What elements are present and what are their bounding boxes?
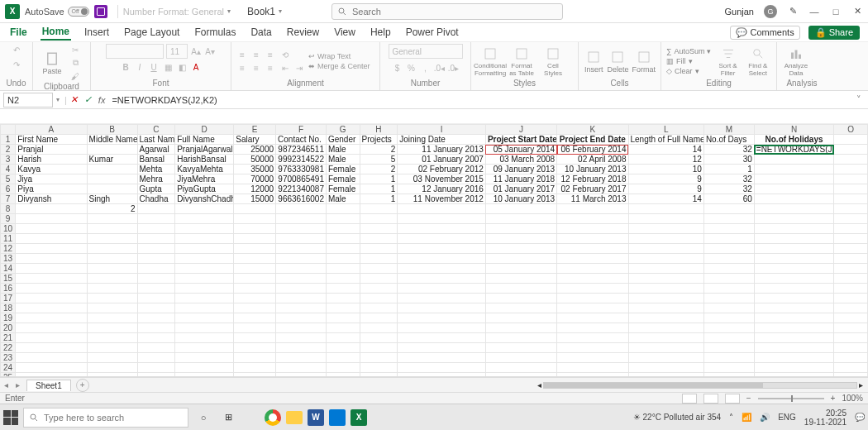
cell-F25[interactable] — [276, 373, 327, 378]
cell-A21[interactable] — [16, 333, 87, 343]
cell-I20[interactable] — [398, 323, 486, 333]
horizontal-scrollbar[interactable]: ◂▸ — [537, 381, 868, 389]
cell-A20[interactable] — [16, 323, 87, 333]
cell-J6[interactable]: 01 January 2017 — [485, 184, 556, 194]
row-header-9[interactable]: 9 — [1, 214, 16, 224]
cell-C19[interactable] — [137, 313, 175, 323]
cell-styles-button[interactable]: Cell Styles — [539, 46, 567, 77]
cell-C20[interactable] — [137, 323, 175, 333]
cell-I12[interactable] — [398, 244, 486, 254]
cell-H4[interactable]: 2 — [360, 165, 398, 174]
cell-L11[interactable] — [628, 234, 703, 244]
fill-button[interactable]: ▥ Fill ▾ — [666, 57, 711, 65]
sort-filter-button[interactable]: Sort & Filter — [714, 46, 741, 77]
cell-I15[interactable] — [398, 274, 486, 284]
cell-D21[interactable] — [175, 333, 234, 343]
col-header-J[interactable]: J — [485, 125, 556, 135]
cell-H7[interactable]: 1 — [360, 194, 398, 204]
row-header-21[interactable]: 21 — [1, 333, 16, 343]
cell-B10[interactable] — [87, 224, 137, 234]
cell-M19[interactable] — [703, 313, 754, 323]
cell-A25[interactable] — [16, 373, 87, 378]
cell-M8[interactable] — [703, 204, 754, 214]
view-normal-button[interactable] — [682, 394, 697, 404]
cell-L8[interactable] — [628, 204, 703, 214]
cell-H18[interactable] — [360, 303, 398, 313]
row-header-20[interactable]: 20 — [1, 323, 16, 333]
cell-B22[interactable] — [87, 343, 137, 353]
cell-L24[interactable] — [628, 363, 703, 373]
cell-J15[interactable] — [485, 274, 556, 284]
cell-M4[interactable]: 1 — [703, 165, 754, 174]
cell-M6[interactable]: 32 — [703, 184, 754, 194]
cell-K1[interactable]: Project End Date — [557, 135, 628, 145]
cell-L12[interactable] — [628, 244, 703, 254]
cell-E5[interactable]: 70000 — [234, 174, 276, 184]
cell-F9[interactable] — [276, 214, 327, 224]
cell-M9[interactable] — [703, 214, 754, 224]
tray-chevron[interactable]: ˄ — [729, 413, 733, 422]
cell-H17[interactable] — [360, 294, 398, 303]
cell-I11[interactable] — [398, 234, 486, 244]
cell-A10[interactable] — [16, 224, 87, 234]
cell-C16[interactable] — [137, 284, 175, 294]
cell-K7[interactable]: 11 March 2013 — [557, 194, 628, 204]
cell-D17[interactable] — [175, 294, 234, 303]
language-indicator[interactable]: ENG — [778, 413, 796, 422]
delete-cells-button[interactable]: Delete — [607, 50, 628, 74]
cell-M3[interactable]: 30 — [703, 155, 754, 165]
cell-O5[interactable] — [834, 174, 868, 184]
cell-B15[interactable] — [87, 274, 137, 284]
find-select-button[interactable]: Find & Select — [745, 46, 771, 77]
cell-F18[interactable] — [276, 303, 327, 313]
wrap-text-button[interactable]: ↩ Wrap Text — [308, 52, 370, 60]
cell-C6[interactable]: Gupta — [137, 184, 175, 194]
cell-L14[interactable] — [628, 264, 703, 274]
cell-A19[interactable] — [16, 313, 87, 323]
cell-C11[interactable] — [137, 234, 175, 244]
cell-C17[interactable] — [137, 294, 175, 303]
cell-J8[interactable] — [485, 204, 556, 214]
cell-I17[interactable] — [398, 294, 486, 303]
cell-O3[interactable] — [834, 155, 868, 165]
cell-M15[interactable] — [703, 274, 754, 284]
row-header-4[interactable]: 4 — [1, 165, 16, 174]
cell-A8[interactable] — [16, 204, 87, 214]
cell-C9[interactable] — [137, 214, 175, 224]
cell-C8[interactable] — [137, 204, 175, 214]
cell-D24[interactable] — [175, 363, 234, 373]
cell-B17[interactable] — [87, 294, 137, 303]
cell-O9[interactable] — [834, 214, 868, 224]
cell-A24[interactable] — [16, 363, 87, 373]
cell-O8[interactable] — [834, 204, 868, 214]
cell-M16[interactable] — [703, 284, 754, 294]
zoom-level[interactable]: 100% — [842, 394, 863, 403]
cell-A5[interactable]: Jiya — [16, 174, 87, 184]
comma-icon[interactable]: , — [420, 62, 432, 74]
cell-A6[interactable]: Piya — [16, 184, 87, 194]
cell-A7[interactable]: Divyansh — [16, 194, 87, 204]
align-bottom-icon[interactable]: ≡ — [265, 49, 276, 60]
cell-O21[interactable] — [834, 333, 868, 343]
row-header-18[interactable]: 18 — [1, 303, 16, 313]
cell-L17[interactable] — [628, 294, 703, 303]
cell-H2[interactable]: 2 — [360, 145, 398, 155]
cell-N17[interactable] — [754, 294, 833, 303]
cell-M2[interactable]: 32 — [703, 145, 754, 155]
cell-K12[interactable] — [557, 244, 628, 254]
cell-M1[interactable]: No.of Days — [703, 135, 754, 145]
align-right-icon[interactable]: ≡ — [265, 62, 276, 74]
cell-B21[interactable] — [87, 333, 137, 343]
cell-K8[interactable] — [557, 204, 628, 214]
cell-J23[interactable] — [485, 353, 556, 363]
cell-E12[interactable] — [234, 244, 276, 254]
cell-J20[interactable] — [485, 323, 556, 333]
fill-color-icon[interactable]: ◧ — [176, 61, 188, 73]
cell-I7[interactable]: 11 November 2012 — [398, 194, 486, 204]
cell-D14[interactable] — [175, 264, 234, 274]
sheet-tab[interactable]: Sheet1 — [26, 380, 71, 391]
sheet-nav-next[interactable]: ▸ — [12, 380, 23, 389]
col-header-L[interactable]: L — [628, 125, 703, 135]
cell-K14[interactable] — [557, 264, 628, 274]
cell-A4[interactable]: Kavya — [16, 165, 87, 174]
